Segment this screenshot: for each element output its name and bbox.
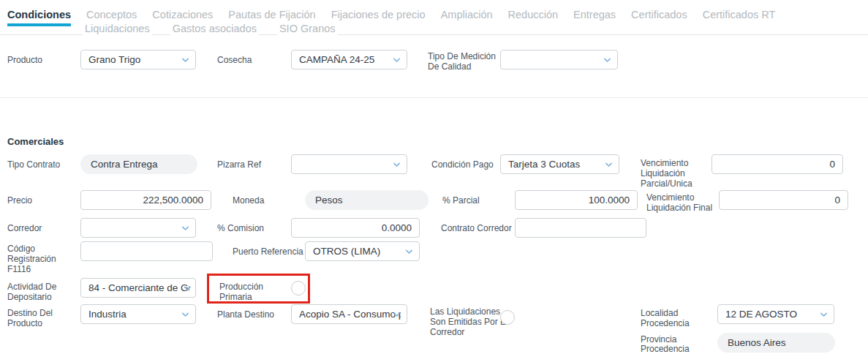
producto-select[interactable]: Grano Trigo [80,50,196,69]
tab-row-2: Liquidaciones Gastos asociados SIO Grano… [83,23,338,38]
tab-liquidaciones[interactable]: Liquidaciones [83,23,152,38]
chevron-down-icon [392,309,401,319]
planta-destino-select[interactable]: Acopio SA - Consumo p [291,304,407,324]
condicion-pago-select[interactable]: Tarjeta 3 Cuotas [500,154,619,174]
chevron-down-icon [183,283,192,293]
tab-fijaciones-de-precio[interactable]: Fijaciones de precio [331,9,426,26]
pct-comision-input[interactable]: 0.0000 [291,218,420,238]
pct-comision-value: 0.0000 [299,222,412,233]
chevron-down-icon [603,55,612,64]
precio-value: 222,500.0000 [88,195,203,206]
precio-input[interactable]: 222,500.0000 [80,190,211,210]
codigo-registracion-label: Código Registración F1116 [7,244,66,274]
pizarra-ref-select[interactable] [291,154,407,174]
cosecha-value: CAMPAÑA 24-25 [299,54,401,65]
corredor-select[interactable] [80,218,196,238]
actividad-depositario-value: 84 - Comerciante de Grano [88,282,189,293]
venc-liq-parcial-value: 0 [720,159,835,170]
chevron-down-icon [404,246,414,256]
pct-comision-label: % Comision [217,223,283,233]
tab-sio-granos[interactable]: SIO Granos [277,23,338,38]
destino-producto-label: Destino Del Producto [7,308,70,328]
tab-condiciones[interactable]: Condiciones [7,9,71,26]
produccion-primaria-radio[interactable] [291,281,306,295]
chevron-down-icon [181,309,190,319]
pct-parcial-value: 100.0000 [523,195,630,206]
localidad-procedencia-value: 12 DE AGOSTO [725,309,828,320]
venc-liq-final-input[interactable]: 0 [719,190,848,210]
producto-label: Producto [7,55,73,65]
contrato-corredor-input[interactable] [515,218,646,238]
planta-destino-value: Acopio SA - Consumo p [299,309,401,320]
tipo-medicion-label: Tipo De Medición De Calidad [428,51,501,72]
tipo-medicion-select[interactable] [500,50,618,69]
puerto-referencia-value: OTROS (LIMA) [313,246,413,257]
venc-liq-parcial-input[interactable]: 0 [712,154,843,174]
destino-producto-value: Industria [88,309,189,320]
condicion-pago-value: Tarjeta 3 Cuotas [508,159,613,170]
venc-liq-parcial-label: Vencimiento Liquidación Parcial/Unica [641,158,702,189]
provincia-procedencia-label: Provincia Procedencia [641,335,703,354]
puerto-referencia-select[interactable]: OTROS (LIMA) [305,241,420,261]
chevron-down-icon [181,223,190,233]
tab-certificados-rt[interactable]: Certificados RT [703,9,776,26]
destino-producto-select[interactable]: Industria [80,304,196,324]
pct-parcial-input[interactable]: 100.0000 [515,190,638,210]
provincia-procedencia-value: Buenos Aires [728,337,786,348]
corredor-label: Corredor [7,223,73,233]
precio-label: Precio [7,195,73,206]
tab-gastos-asociados[interactable]: Gastos asociados [170,23,259,38]
liq-emitidas-corredor-radio[interactable] [500,310,515,325]
tipo-contrato-readonly: Contra Entrega [80,154,197,174]
localidad-procedencia-select[interactable]: 12 DE AGOSTO [717,304,834,324]
cosecha-select[interactable]: CAMPAÑA 24-25 [291,50,407,69]
tipo-contrato-value: Contra Entrega [91,159,158,170]
tab-entregas[interactable]: Entregas [573,9,616,26]
chevron-down-icon [819,309,829,319]
cosecha-label: Cosecha [217,55,283,65]
produccion-primaria-label: Producción Primaria [219,282,278,302]
actividad-depositario-select[interactable]: 84 - Comerciante de Grano [80,278,196,298]
venc-liq-final-label: Vencimiento Liquidación Final [646,192,717,213]
pizarra-ref-label: Pizarra Ref [217,159,283,170]
tab-ampliacion[interactable]: Ampliación [441,9,493,26]
moneda-readonly: Pesos [305,190,429,210]
chevron-down-icon [392,55,401,64]
comerciales-heading: Comerciales [7,136,64,147]
section-divider [0,97,868,98]
provincia-procedencia-readonly: Buenos Aires [717,333,835,353]
planta-destino-label: Planta Destino [217,309,287,320]
tipo-contrato-label: Tipo Contrato [7,159,73,170]
chevron-down-icon [604,159,614,169]
chevron-down-icon [392,159,401,169]
moneda-label: Moneda [233,195,298,206]
tab-certificados[interactable]: Certificados [631,9,687,26]
pct-parcial-label: % Parcial [442,195,508,206]
condiciones-page: Condiciones Conceptos Cotizaciones Pauta… [0,0,868,354]
moneda-value: Pesos [315,195,343,206]
venc-liq-final-value: 0 [727,195,840,206]
codigo-registracion-input[interactable] [80,241,213,261]
puerto-referencia-label: Puerto Referencia [233,246,306,257]
actividad-depositario-label: Actividad De Depositario [7,282,70,302]
producto-value: Grano Trigo [88,54,189,65]
chevron-down-icon [181,55,190,64]
localidad-procedencia-label: Localidad Procedencia [641,308,703,328]
tab-reduccion[interactable]: Reducción [508,9,559,26]
condicion-pago-label: Condición Pago [431,159,501,170]
